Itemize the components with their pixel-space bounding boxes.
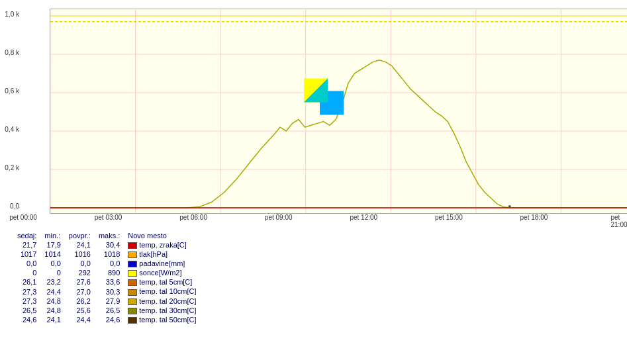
y-axis-label: 0,8 k bbox=[1, 49, 19, 56]
chart-area bbox=[50, 9, 627, 214]
table-cell: 24,6 bbox=[13, 315, 40, 324]
table-label-cell: sonce[W/m2] bbox=[124, 268, 200, 277]
table-cell: 27,3 bbox=[13, 287, 40, 296]
table-header-row: sedaj:min.:povpr.:maks.:Novo mesto bbox=[13, 231, 200, 240]
table-row: 27,324,826,227,9temp. tal 20cm[C] bbox=[13, 296, 200, 306]
table-cell: 21,7 bbox=[13, 240, 40, 250]
y-axis-label: 0,0 bbox=[1, 203, 19, 210]
x-axis-label: pet 03:00 bbox=[95, 214, 122, 221]
table-cell: 0 bbox=[40, 268, 64, 277]
color-indicator bbox=[128, 279, 137, 286]
table-cell: 1016 bbox=[65, 250, 95, 259]
x-axis-label: pet 06:00 bbox=[179, 214, 207, 221]
chart-wrapper: pet 00:00pet 03:00pet 06:00pet 09:00pet … bbox=[23, 9, 619, 226]
table-row: 27,324,427,030,3temp. tal 10cm[C] bbox=[13, 287, 200, 296]
table-label-cell: temp. tal 5cm[C] bbox=[124, 277, 200, 287]
table-row: 26,524,825,626,5temp. tal 30cm[C] bbox=[13, 306, 200, 315]
color-indicator bbox=[128, 251, 137, 258]
table-cell: 24,6 bbox=[95, 315, 124, 324]
table-row: 0,00,00,00,0padavine[mm] bbox=[13, 259, 200, 268]
y-axis-label: 0,4 k bbox=[1, 126, 19, 133]
table-cell: 30,3 bbox=[95, 287, 124, 296]
table-cell: 26,1 bbox=[13, 277, 40, 287]
table-cell: 0,0 bbox=[65, 259, 95, 268]
color-indicator bbox=[128, 242, 137, 249]
color-indicator bbox=[128, 289, 137, 296]
table-cell: 27,0 bbox=[65, 287, 95, 296]
chart-container: pet 00:00pet 03:00pet 06:00pet 09:00pet … bbox=[0, 0, 627, 364]
table-label-cell: padavine[mm] bbox=[124, 259, 200, 268]
logo-cyan-triangle bbox=[304, 79, 328, 103]
x-axis-label: pet 18:00 bbox=[520, 214, 548, 221]
table-label-cell: temp. tal 10cm[C] bbox=[124, 287, 200, 296]
table-row: 00292890sonce[W/m2] bbox=[13, 268, 200, 277]
chart-title bbox=[0, 0, 627, 5]
table-cell: 26,5 bbox=[13, 306, 40, 315]
table-cell: 1018 bbox=[95, 250, 124, 259]
table-cell: 30,4 bbox=[95, 240, 124, 250]
table-cell: 1017 bbox=[13, 250, 40, 259]
table-cell: 26,5 bbox=[95, 306, 124, 315]
logo-box bbox=[304, 79, 344, 115]
table-header: min.: bbox=[40, 231, 64, 240]
table-row: 24,624,124,424,6temp. tal 50cm[C] bbox=[13, 315, 200, 324]
color-indicator bbox=[128, 308, 137, 314]
table-cell: 24,4 bbox=[40, 287, 64, 296]
table-cell: 23,2 bbox=[40, 277, 64, 287]
table-cell: 26,2 bbox=[65, 296, 95, 306]
table-cell: 24,1 bbox=[65, 240, 95, 250]
table-cell: 24,1 bbox=[40, 315, 64, 324]
color-indicator bbox=[128, 317, 137, 324]
table-cell: 24,4 bbox=[65, 315, 95, 324]
table-label-cell: temp. tal 20cm[C] bbox=[124, 296, 200, 306]
table-cell: 292 bbox=[65, 268, 95, 277]
y-axis-label: 1,0 k bbox=[1, 11, 19, 18]
table-cell: 0,0 bbox=[95, 259, 124, 268]
table-label-cell: tlak[hPa] bbox=[124, 250, 200, 259]
table-cell: 17,9 bbox=[40, 240, 64, 250]
table-label-cell: temp. tal 30cm[C] bbox=[124, 306, 200, 315]
table-cell: 0,0 bbox=[13, 259, 40, 268]
x-axis-labels: pet 00:00pet 03:00pet 06:00pet 09:00pet … bbox=[23, 214, 619, 226]
table-cell: 24,8 bbox=[40, 296, 64, 306]
table-header: maks.: bbox=[95, 231, 124, 240]
color-indicator bbox=[128, 270, 137, 277]
table-cell: 890 bbox=[95, 268, 124, 277]
table-cell: 1014 bbox=[40, 250, 64, 259]
data-table: sedaj:min.:povpr.:maks.:Novo mesto 21,71… bbox=[13, 231, 627, 324]
table-header: povpr.: bbox=[65, 231, 95, 240]
table-cell: 24,8 bbox=[40, 306, 64, 315]
table-cell: 27,6 bbox=[65, 277, 95, 287]
x-axis-label: pet 12:00 bbox=[350, 214, 377, 221]
table-cell: 0,0 bbox=[40, 259, 64, 268]
table-row: 21,717,924,130,4temp. zraka[C] bbox=[13, 240, 200, 250]
table-row: 26,123,227,633,6temp. tal 5cm[C] bbox=[13, 277, 200, 287]
table-label-cell: temp. tal 50cm[C] bbox=[124, 315, 200, 324]
y-axis-label: 0,6 k bbox=[1, 87, 19, 95]
y-axis-label: 0,2 k bbox=[1, 164, 19, 171]
color-indicator bbox=[128, 298, 137, 305]
x-axis-label: pet 21:00 bbox=[610, 214, 627, 228]
x-axis-label: pet 00:00 bbox=[9, 214, 37, 221]
x-axis-label: pet 15:00 bbox=[435, 214, 463, 221]
table-body: 21,717,924,130,4temp. zraka[C]1017101410… bbox=[13, 240, 200, 324]
table-label-cell: temp. zraka[C] bbox=[124, 240, 200, 250]
table-row: 1017101410161018tlak[hPa] bbox=[13, 250, 200, 259]
table-cell: 27,9 bbox=[95, 296, 124, 306]
color-indicator bbox=[128, 261, 137, 267]
table-cell: 25,6 bbox=[65, 306, 95, 315]
x-axis-label: pet 09:00 bbox=[265, 214, 293, 221]
table-cell: 33,6 bbox=[95, 277, 124, 287]
table-header: Novo mesto bbox=[124, 231, 200, 240]
svg-point-17 bbox=[508, 205, 511, 208]
table-cell: 27,3 bbox=[13, 296, 40, 306]
table-header: sedaj: bbox=[13, 231, 40, 240]
table-cell: 0 bbox=[13, 268, 40, 277]
